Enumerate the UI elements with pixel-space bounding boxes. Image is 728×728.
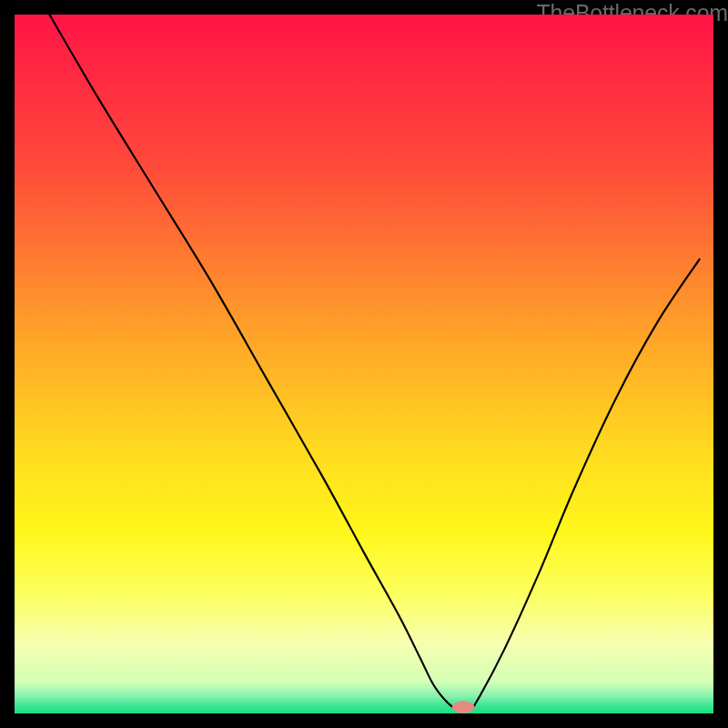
minimum-marker	[452, 701, 475, 713]
plot-area	[15, 15, 713, 713]
bottleneck-chart: TheBottleneck.com	[0, 0, 728, 728]
gradient-background	[15, 15, 713, 713]
